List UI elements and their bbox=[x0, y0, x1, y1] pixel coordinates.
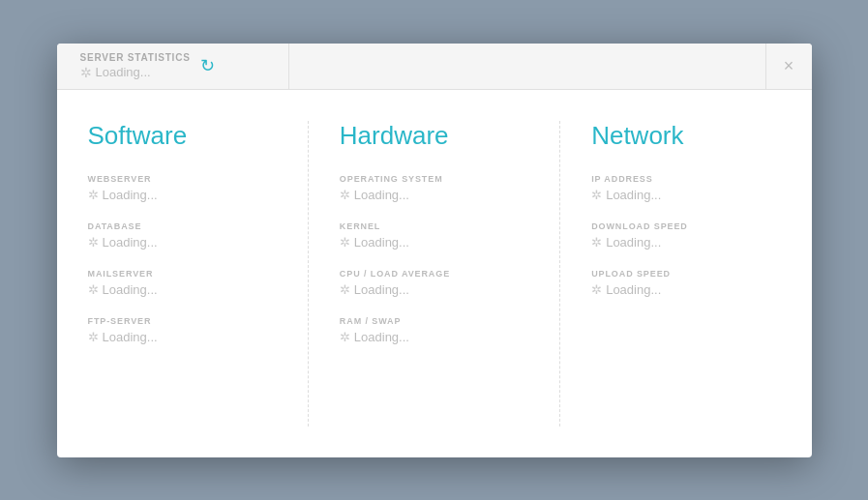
stat-label: CPU / LOAD AVERAGE bbox=[340, 269, 528, 279]
spinner-icon: ✲ bbox=[80, 65, 92, 80]
column-network: NetworkIP ADDRESS✲Loading...DOWNLOAD SPE… bbox=[559, 121, 811, 426]
stat-label: RAM / SWAP bbox=[340, 316, 528, 326]
stat-group: IP ADDRESS✲Loading... bbox=[591, 174, 780, 202]
stat-value: ✲Loading... bbox=[88, 235, 277, 250]
loading-text: Loading... bbox=[103, 235, 158, 250]
loading-text: Loading... bbox=[606, 188, 661, 202]
close-button[interactable]: × bbox=[765, 44, 812, 90]
stat-label: DOWNLOAD SPEED bbox=[591, 221, 780, 231]
spinner-icon: ✲ bbox=[88, 235, 99, 250]
spinner-icon: ✲ bbox=[340, 330, 350, 344]
stat-group: CPU / LOAD AVERAGE✲Loading... bbox=[340, 269, 528, 297]
column-hardware: HardwareOPERATING SYSTEM✲Loading...KERNE… bbox=[308, 121, 559, 426]
modal-title: SERVER STATISTICS bbox=[80, 52, 191, 63]
stat-label: MAILSERVER bbox=[88, 269, 277, 279]
stat-group: FTP-SERVER✲Loading... bbox=[88, 316, 277, 344]
stat-value: ✲Loading... bbox=[88, 188, 277, 202]
loading-text: Loading... bbox=[606, 282, 661, 297]
server-statistics-modal: SERVER STATISTICS ✲ Loading... ↻ × Softw… bbox=[57, 44, 812, 457]
spinner-icon: ✲ bbox=[88, 330, 99, 344]
loading-text: Loading... bbox=[103, 188, 158, 202]
header-loading: ✲ Loading... bbox=[80, 65, 191, 80]
refresh-icon[interactable]: ↻ bbox=[200, 55, 215, 76]
stat-label: UPLOAD SPEED bbox=[591, 269, 780, 279]
stat-label: IP ADDRESS bbox=[591, 174, 780, 184]
stat-value: ✲Loading... bbox=[340, 330, 528, 344]
spinner-icon: ✲ bbox=[88, 188, 99, 202]
modal-header: SERVER STATISTICS ✲ Loading... ↻ × bbox=[57, 44, 812, 90]
spinner-icon: ✲ bbox=[340, 282, 350, 297]
stat-value: ✲Loading... bbox=[591, 282, 780, 297]
modal-body: SoftwareWEBSERVER✲Loading...DATABASE✲Loa… bbox=[57, 90, 812, 457]
loading-text: Loading... bbox=[354, 330, 409, 344]
loading-text: Loading... bbox=[354, 235, 409, 250]
stat-group: DATABASE✲Loading... bbox=[88, 221, 277, 250]
spinner-icon: ✲ bbox=[591, 282, 602, 297]
header-info: SERVER STATISTICS ✲ Loading... bbox=[73, 52, 191, 80]
stat-group: KERNEL✲Loading... bbox=[340, 221, 528, 250]
stat-group: DOWNLOAD SPEED✲Loading... bbox=[591, 221, 780, 250]
stat-label: WEBSERVER bbox=[88, 174, 277, 184]
header-center bbox=[289, 44, 765, 89]
software-title: Software bbox=[88, 121, 277, 151]
stat-group: UPLOAD SPEED✲Loading... bbox=[591, 269, 780, 297]
stat-group: OPERATING SYSTEM✲Loading... bbox=[340, 174, 528, 202]
header-left: SERVER STATISTICS ✲ Loading... ↻ bbox=[57, 44, 289, 89]
stat-value: ✲Loading... bbox=[88, 330, 277, 344]
spinner-icon: ✲ bbox=[88, 282, 99, 297]
stat-label: KERNEL bbox=[340, 221, 528, 231]
loading-text: Loading... bbox=[354, 188, 409, 202]
loading-text: Loading... bbox=[103, 330, 158, 344]
stat-value: ✲Loading... bbox=[340, 235, 528, 250]
loading-text: Loading... bbox=[606, 235, 661, 250]
loading-text: Loading... bbox=[103, 282, 158, 297]
stat-group: MAILSERVER✲Loading... bbox=[88, 269, 277, 297]
stat-group: RAM / SWAP✲Loading... bbox=[340, 316, 528, 344]
spinner-icon: ✲ bbox=[591, 235, 602, 250]
hardware-title: Hardware bbox=[340, 121, 528, 151]
column-software: SoftwareWEBSERVER✲Loading...DATABASE✲Loa… bbox=[57, 121, 308, 426]
stat-value: ✲Loading... bbox=[88, 282, 277, 297]
header-loading-text: Loading... bbox=[96, 65, 151, 79]
stat-group: WEBSERVER✲Loading... bbox=[88, 174, 277, 202]
stat-label: OPERATING SYSTEM bbox=[340, 174, 528, 184]
loading-text: Loading... bbox=[354, 282, 409, 297]
stat-label: FTP-SERVER bbox=[88, 316, 277, 326]
spinner-icon: ✲ bbox=[340, 188, 350, 202]
stat-value: ✲Loading... bbox=[340, 188, 528, 202]
stat-value: ✲Loading... bbox=[340, 282, 528, 297]
stat-label: DATABASE bbox=[88, 221, 277, 231]
network-title: Network bbox=[591, 121, 780, 151]
stat-value: ✲Loading... bbox=[591, 188, 780, 202]
spinner-icon: ✲ bbox=[340, 235, 350, 250]
spinner-icon: ✲ bbox=[591, 188, 602, 202]
stat-value: ✲Loading... bbox=[591, 235, 780, 250]
